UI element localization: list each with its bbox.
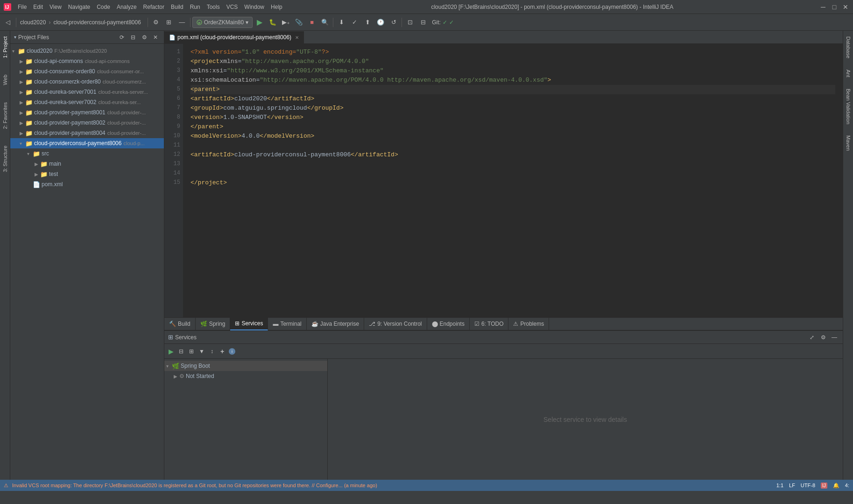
run-with-coverage[interactable]: ▶₊	[280, 16, 292, 28]
tab-close-button[interactable]: ✕	[295, 35, 299, 40]
tree-item-eureka-7002[interactable]: ▶ 📁 cloud-eureka-server7002 cloud-eureka…	[10, 97, 164, 107]
tree-item-src[interactable]: ▾ 📁 src	[10, 148, 164, 159]
services-main-area: Select service to view details	[328, 359, 843, 480]
tab-services[interactable]: ⊞ Services	[230, 317, 268, 330]
vcs-push[interactable]: ⬆	[361, 16, 374, 28]
debug-button[interactable]: 🐛	[267, 16, 279, 28]
vcs-update[interactable]: ⬇	[335, 16, 347, 28]
tab-build[interactable]: 🔨 Build	[164, 317, 196, 330]
sidebar-tab-structure[interactable]: 3: Structure	[1, 142, 9, 176]
separator-4	[333, 18, 333, 27]
right-tab-maven[interactable]: Maven	[844, 132, 853, 154]
menu-item-refactor[interactable]: Refactor	[141, 3, 167, 11]
menu-item-edit[interactable]: Edit	[30, 3, 46, 11]
services-filter-button[interactable]: ▼	[197, 347, 206, 356]
tab-terminal[interactable]: ▬ Terminal	[268, 317, 306, 330]
folder-icon: 📁	[25, 119, 33, 126]
line-num-10: 10	[164, 132, 180, 141]
editor-content: 1 2 3 4 5 6 7 8 9 10 11 12 13 14 15	[164, 44, 843, 317]
attach-profiler[interactable]: 📎	[293, 16, 305, 28]
tree-item-consumer-order[interactable]: ▶ 📁 cloud-consumer-order80 cloud-consume…	[10, 66, 164, 77]
tree-item-path: cloud-provider-...	[107, 110, 146, 115]
run-button[interactable]: ▶	[254, 16, 266, 28]
vcs-commit[interactable]: ✓	[348, 16, 360, 28]
line-num-3: 3	[164, 66, 180, 76]
panel-settings-button[interactable]: ⚙	[140, 33, 149, 42]
tab-problems[interactable]: ⚠ Problems	[508, 317, 549, 330]
menu-item-view[interactable]: View	[47, 3, 64, 11]
tree-item-consumerzk-order[interactable]: ▶ 📁 cloud-consumerzk-order80 cloud-consu…	[10, 77, 164, 87]
menu-item-window[interactable]: Window	[241, 3, 267, 11]
right-tab-bean-validation[interactable]: Bean Validation	[844, 85, 853, 128]
services-tree-spring-boot[interactable]: ▾ 🌿 Spring Boot	[164, 361, 327, 371]
run-config-selector[interactable]: ▶ OrderZKMain80 ▾	[192, 17, 253, 28]
tree-item-label: cloud-eureka-server7002	[34, 99, 96, 105]
services-settings-button[interactable]: ⚙	[818, 333, 828, 342]
minimize-button[interactable]: ─	[819, 3, 827, 11]
services-collapse-all[interactable]: ⊟	[176, 347, 186, 356]
menu-item-navigate[interactable]: Navigate	[65, 3, 93, 11]
sync-files-button[interactable]: ⟳	[117, 33, 127, 42]
tree-item-consul-8006[interactable]: ▾ 📁 cloud-providerconsul-payment8006 clo…	[10, 138, 164, 148]
menu-item-file[interactable]: File	[15, 3, 29, 11]
tree-item-pom[interactable]: ▶ 📄 pom.xml	[10, 179, 164, 189]
menu-item-analyze[interactable]: Analyze	[114, 3, 140, 11]
menu-item-tools[interactable]: Tools	[204, 3, 223, 11]
tree-item-provider-8004[interactable]: ▶ 📁 cloud-provider-payment8004 cloud-pro…	[10, 128, 164, 138]
services-add-button[interactable]: +	[218, 347, 227, 356]
stop-button[interactable]: ■	[306, 16, 318, 28]
remote-button[interactable]: ⊡	[404, 16, 416, 28]
tree-item-eureka-7001[interactable]: ▶ 📁 cloud-eureka-server7001 cloud-eureka…	[10, 87, 164, 97]
services-tree-not-started[interactable]: ▶ ⚙ Not Started	[164, 371, 327, 381]
menu-item-run[interactable]: Run	[187, 3, 203, 11]
maximize-button[interactable]: □	[831, 3, 838, 11]
right-tab-ant[interactable]: Ant	[844, 66, 853, 81]
services-expand-button[interactable]: ⤢	[807, 333, 817, 342]
collapse-button[interactable]: —	[176, 16, 188, 28]
panel-close-button[interactable]: ✕	[151, 33, 160, 42]
tab-java-enterprise[interactable]: ☕ Java Enterprise	[307, 317, 364, 330]
settings-button[interactable]: ⚙	[150, 16, 162, 28]
menu-item-help[interactable]: Help	[268, 3, 285, 11]
close-button[interactable]: ✕	[842, 3, 849, 11]
services-run-button[interactable]: ▶	[166, 347, 176, 356]
menu-item-code[interactable]: Code	[94, 3, 113, 11]
code-line-5: <parent>	[190, 85, 835, 94]
find-button[interactable]: 🔍	[319, 16, 331, 28]
tab-spring[interactable]: 🌿 Spring	[196, 317, 231, 330]
tab-version-control[interactable]: ⎇ 9: Version Control	[364, 317, 427, 330]
services-sort-button[interactable]: ↕	[207, 347, 217, 356]
services-group-button[interactable]: ⊞	[187, 347, 196, 356]
tab-todo[interactable]: ☑ 6: TODO	[470, 317, 509, 330]
cursor-position: 1:1	[776, 483, 783, 488]
editor-tab-pom[interactable]: 📄 pom.xml (cloud-providerconsul-payment8…	[164, 31, 304, 43]
expand-arrow: ▾	[27, 151, 33, 156]
line-num-12: 12	[164, 150, 180, 160]
tree-item-cloud2020[interactable]: ▾ 📁 cloud2020 F:\JetBrains\cloud2020	[10, 46, 164, 56]
menu-item-build[interactable]: Build	[168, 3, 186, 11]
body-container: 1: Project Web 2: Favorites 3: Structure…	[0, 31, 853, 480]
menu-item-vcs[interactable]: VCS	[224, 3, 241, 11]
services-panel: ⊞ Services ⤢ ⚙ — ▶ ⊟ ⊞ ▼ ↕ + i ▾	[164, 330, 843, 480]
tree-item-provider-8002[interactable]: ▶ 📁 cloud-provider-payment8002 cloud-pro…	[10, 118, 164, 128]
back-button[interactable]: ◁	[2, 16, 14, 28]
tree-item-provider-8001[interactable]: ▶ 📁 cloud-provider-payment8001 cloud-pro…	[10, 107, 164, 118]
right-tab-database[interactable]: Database	[844, 33, 853, 62]
sidebar-tab-favorites[interactable]: 2: Favorites	[1, 98, 9, 133]
history-button[interactable]: 🕐	[374, 16, 387, 28]
layout-button[interactable]: ⊞	[163, 16, 175, 28]
rollback-button[interactable]: ↺	[388, 16, 400, 28]
expand-arrow: ▶	[35, 172, 40, 177]
code-editor[interactable]: <?xml version="1.0" encoding="UTF-8"?> <…	[183, 44, 843, 317]
tree-item-api-commons[interactable]: ▶ 📁 cloud-api-commons cloud-api-commons	[10, 56, 164, 66]
vcs-annotate[interactable]: ⊟	[417, 16, 429, 28]
tree-item-test[interactable]: ▶ 📁 test	[10, 169, 164, 179]
collapse-all-button[interactable]: ⊟	[128, 33, 138, 42]
services-close-button[interactable]: —	[830, 333, 839, 342]
sidebar-tab-web[interactable]: Web	[1, 71, 9, 89]
spring-icon: 🌿	[200, 321, 207, 327]
sidebar-tab-project[interactable]: 1: Project	[1, 33, 9, 62]
expand-arrow: ▾	[20, 141, 25, 146]
tab-endpoints[interactable]: ⬤ Endpoints	[427, 317, 470, 330]
tree-item-main[interactable]: ▶ 📁 main	[10, 159, 164, 169]
